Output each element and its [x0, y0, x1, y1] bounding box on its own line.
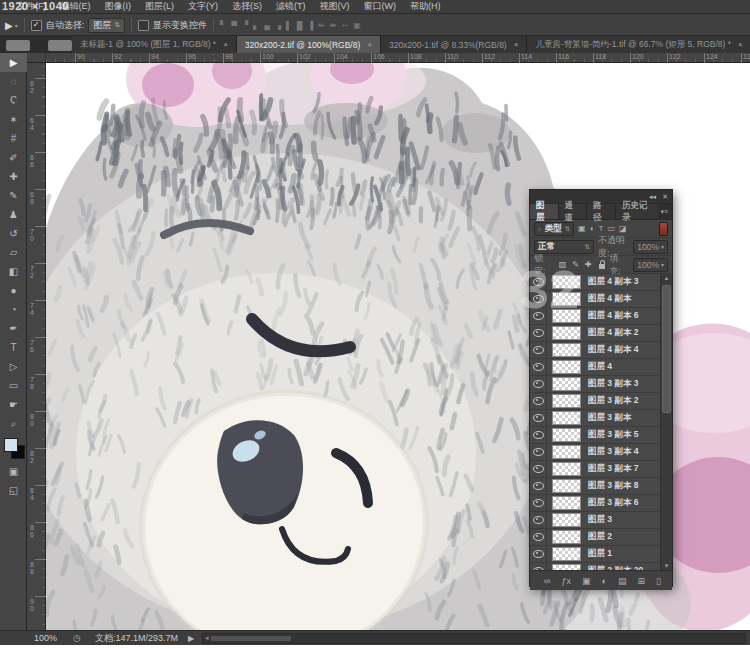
layer-row[interactable]: 图层 3	[530, 512, 660, 529]
layer-style-icon[interactable]: ƒx	[561, 576, 571, 586]
type-tool[interactable]: T	[0, 338, 27, 357]
layer-visibility-toggle[interactable]	[530, 461, 547, 477]
dodge-tool[interactable]: ◔	[0, 300, 27, 319]
tab-history[interactable]: 历史记录	[616, 204, 660, 219]
filter-shape-icon[interactable]: ▭	[607, 224, 615, 233]
pen-tool[interactable]: ✒	[0, 319, 27, 338]
layer-visibility-toggle[interactable]	[530, 529, 547, 545]
layer-row[interactable]: 图层 3 副本 4	[530, 444, 660, 461]
menu-view[interactable]: 视图(V)	[313, 0, 357, 13]
layer-thumbnail[interactable]	[552, 428, 581, 442]
layer-thumbnail[interactable]	[552, 394, 581, 408]
layer-row[interactable]: 图层 4 副本 4	[530, 342, 660, 359]
show-transform-checkbox[interactable]: 显示变换控件	[138, 19, 207, 32]
layer-row[interactable]: 图层 3 副本 6	[530, 495, 660, 512]
layers-scrollbar[interactable]: ▲ ▼	[660, 274, 672, 570]
align-icon[interactable]: ▣	[353, 21, 361, 30]
layer-visibility-toggle[interactable]	[530, 376, 547, 392]
layer-group-icon[interactable]: ▤	[618, 576, 627, 586]
layer-row[interactable]: 图层 3 副本	[530, 410, 660, 427]
hand-tool[interactable]: ☛	[0, 395, 27, 414]
align-icon[interactable]: ⇿	[342, 21, 349, 30]
path-selection-tool[interactable]: ▷	[0, 357, 27, 376]
menu-help[interactable]: 帮助(H)	[403, 0, 448, 13]
layer-thumbnail[interactable]	[552, 343, 581, 357]
lasso-tool[interactable]: Ϛ	[0, 91, 27, 110]
clone-stamp-tool[interactable]: ♟	[0, 205, 27, 224]
layer-thumbnail[interactable]	[552, 462, 581, 476]
menu-filter[interactable]: 滤镜(T)	[269, 0, 313, 13]
layer-thumbnail[interactable]	[552, 513, 581, 527]
filter-type-dropdown[interactable]: ⌕ 类型 ⇅	[534, 222, 574, 236]
layer-visibility-toggle[interactable]	[530, 512, 547, 528]
lock-position-icon[interactable]: ✚	[585, 260, 592, 269]
filter-type-icon[interactable]: T	[599, 224, 604, 233]
menu-layer[interactable]: 图层(L)	[138, 0, 181, 13]
layer-visibility-toggle[interactable]	[530, 495, 547, 511]
align-icon[interactable]: ⇼	[330, 21, 337, 30]
menu-type[interactable]: 文字(Y)	[181, 0, 225, 13]
layer-visibility-toggle[interactable]	[530, 444, 547, 460]
layer-visibility-toggle[interactable]	[530, 478, 547, 494]
align-icon[interactable]: ▗	[275, 21, 281, 30]
align-icon[interactable]: ▘	[220, 21, 226, 30]
eyedropper-tool[interactable]: ✐	[0, 148, 27, 167]
layer-thumbnail[interactable]	[552, 479, 581, 493]
layer-visibility-toggle[interactable]	[530, 410, 547, 426]
tab-layers[interactable]: 图层	[530, 204, 559, 219]
fill-input[interactable]: 100% ▾	[633, 258, 668, 272]
magic-wand-tool[interactable]: ✶	[0, 110, 27, 129]
crop-tool[interactable]: #	[0, 129, 27, 148]
layer-visibility-toggle[interactable]	[530, 427, 547, 443]
menu-image[interactable]: 图像(I)	[98, 0, 139, 13]
align-icon[interactable]: ▖	[253, 21, 259, 30]
scroll-down-icon[interactable]: ▼	[661, 563, 672, 569]
align-icon[interactable]: ▐	[307, 21, 313, 30]
filter-switch-icon[interactable]	[659, 222, 668, 236]
layer-row[interactable]: 图层 4 副本 2	[530, 325, 660, 342]
layer-thumbnail[interactable]	[552, 496, 581, 510]
eraser-tool[interactable]: ▱	[0, 243, 27, 262]
layer-row[interactable]: 图层 2	[530, 529, 660, 546]
layer-thumbnail[interactable]	[552, 326, 581, 340]
auto-select-target-dropdown[interactable]: 图层 ⇅	[88, 18, 125, 33]
screen-mode-button[interactable]: ◱	[0, 481, 27, 500]
scrollbar-thumb[interactable]	[211, 636, 291, 641]
layer-thumbnail[interactable]	[552, 530, 581, 544]
align-icon[interactable]: ▝	[242, 21, 248, 30]
close-panel-icon[interactable]: ✕	[662, 193, 668, 201]
menu-window[interactable]: 窗口(W)	[357, 0, 404, 13]
tab-paths[interactable]: 路径	[587, 204, 616, 219]
doc-tab-320x200-1[interactable]: 320x200-1.tif @ 8.33%(RGB/8) ×	[381, 36, 527, 53]
blur-tool[interactable]: ●	[0, 281, 27, 300]
layer-row[interactable]: 图层 3 副本 5	[530, 427, 660, 444]
close-icon[interactable]: ×	[514, 40, 519, 49]
filter-pixel-icon[interactable]: ▣	[578, 224, 586, 233]
align-icon[interactable]: ▀	[231, 21, 237, 30]
layer-thumbnail[interactable]	[552, 445, 581, 459]
layer-thumbnail[interactable]	[552, 377, 581, 391]
layer-thumbnail[interactable]	[552, 547, 581, 561]
history-brush-tool[interactable]: ↺	[0, 224, 27, 243]
gradient-tool[interactable]: ◧	[0, 262, 27, 281]
close-icon[interactable]: ×	[367, 40, 372, 49]
lock-all-icon[interactable]	[599, 264, 606, 269]
align-icon[interactable]: ⇹	[318, 21, 325, 30]
new-layer-icon[interactable]: ⊞	[637, 576, 645, 586]
filter-smartobject-icon[interactable]: ◪	[619, 224, 627, 233]
scroll-up-icon[interactable]: ▲	[661, 275, 672, 281]
layer-row[interactable]: 图层 2 副本 20	[530, 563, 660, 570]
foreground-color-swatch[interactable]	[4, 438, 18, 452]
align-icon[interactable]: █	[297, 21, 303, 30]
delete-layer-icon[interactable]: ▯	[656, 576, 661, 586]
layer-thumbnail[interactable]	[552, 564, 581, 570]
zoom-tool[interactable]: ⌕	[0, 414, 27, 433]
adjustment-layer-icon[interactable]: ◐	[601, 576, 606, 586]
layer-row[interactable]: 图层 3 副本 3	[530, 376, 660, 393]
marquee-tool[interactable]: ◌	[0, 72, 27, 91]
layer-visibility-toggle[interactable]	[530, 342, 547, 358]
move-tool[interactable]: ▶	[0, 53, 27, 72]
rectangle-tool[interactable]: ▭	[0, 376, 27, 395]
layer-row[interactable]: 图层 3 副本 8	[530, 478, 660, 495]
align-icon[interactable]: ▌	[286, 21, 292, 30]
